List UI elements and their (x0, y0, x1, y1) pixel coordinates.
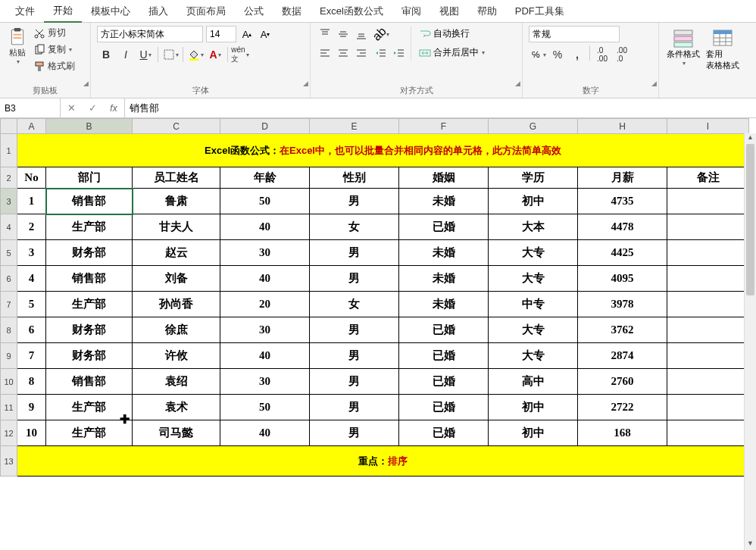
cell[interactable]: 财务部 (46, 343, 133, 369)
row-header-2[interactable]: 2 (1, 167, 17, 189)
row-header-5[interactable]: 5 (1, 240, 17, 266)
cell[interactable]: 7 (17, 343, 46, 369)
row-header-4[interactable]: 4 (1, 214, 17, 240)
menu-formula[interactable]: 公式 (235, 1, 273, 22)
cell[interactable]: 初中 (489, 420, 578, 446)
scroll-down-button[interactable]: ▼ (745, 539, 756, 550)
cell[interactable]: 2874 (578, 343, 667, 369)
row-header-7[interactable]: 7 (1, 292, 17, 317)
align-center-button[interactable] (335, 45, 351, 61)
cell[interactable]: 50 (220, 395, 310, 420)
name-box[interactable]: B3 (0, 98, 61, 117)
cell[interactable]: 司马懿 (133, 420, 220, 446)
orientation-button[interactable]: ab▾ (373, 26, 389, 42)
merge-center-button[interactable]: 合并后居中▾ (416, 45, 488, 61)
cell[interactable]: 40 (220, 420, 310, 446)
cell[interactable]: 袁术 (133, 395, 220, 420)
scroll-thumb[interactable] (746, 144, 754, 295)
cell[interactable]: 男 (310, 395, 399, 420)
menu-review[interactable]: 审阅 (392, 1, 430, 22)
cell[interactable]: 4425 (578, 240, 667, 266)
cell[interactable] (667, 395, 749, 420)
decrease-indent-button[interactable] (373, 45, 389, 61)
header-age[interactable]: 年龄 (220, 167, 310, 189)
menu-data[interactable]: 数据 (273, 1, 311, 22)
cell[interactable]: 6 (17, 317, 46, 343)
accounting-format-button[interactable]: ℅▾ (529, 45, 547, 64)
menu-layout[interactable]: 页面布局 (177, 1, 235, 22)
align-top-button[interactable] (317, 26, 333, 42)
cell[interactable]: 徐庶 (133, 317, 220, 343)
fx-button[interactable]: fx (103, 98, 124, 117)
expand-icon[interactable]: ◢ (83, 80, 89, 87)
row-header-3[interactable]: 3 (1, 189, 17, 214)
cut-button[interactable]: 剪切 (32, 26, 77, 40)
cell[interactable]: 大本 (489, 214, 578, 240)
menu-excel-func[interactable]: Excel函数公式 (311, 1, 392, 22)
enter-formula-button[interactable]: ✓ (82, 98, 103, 117)
menu-file[interactable]: 文件 (6, 1, 44, 22)
cell[interactable] (667, 317, 749, 343)
cell[interactable]: 生产部 (46, 420, 133, 446)
row-header-12[interactable]: 12 (1, 420, 17, 446)
cell[interactable]: 赵云 (133, 240, 220, 266)
spreadsheet-grid[interactable]: A B C D E F G H I 1 Excel函数公式：在Excel中，也可… (0, 118, 756, 550)
cell[interactable]: 生产部 (46, 395, 133, 420)
cell[interactable]: 大专 (489, 266, 578, 292)
cell[interactable]: 未婚 (399, 189, 489, 214)
cell[interactable]: 初中 (489, 189, 578, 214)
title-cell[interactable]: Excel函数公式：在Excel中，也可以批量合并相同内容的单元格，此方法简单高… (17, 134, 749, 167)
cell[interactable]: 已婚 (399, 317, 489, 343)
paste-button[interactable]: 粘贴 ▾ (6, 26, 29, 67)
vertical-scrollbar[interactable]: ▲ ▼ (744, 133, 756, 550)
cell[interactable]: 30 (220, 240, 310, 266)
font-name-select[interactable] (97, 26, 203, 42)
row-header-9[interactable]: 9 (1, 343, 17, 369)
cell[interactable]: 20 (220, 292, 310, 317)
cell[interactable]: 中专 (489, 292, 578, 317)
cell[interactable]: 未婚 (399, 240, 489, 266)
row-header-1[interactable]: 1 (1, 134, 17, 167)
cell[interactable]: 4095 (578, 266, 667, 292)
row-header-13[interactable]: 13 (1, 446, 17, 477)
cell[interactable]: 袁绍 (133, 369, 220, 395)
align-middle-button[interactable] (335, 26, 351, 42)
copy-button[interactable]: 复制▾ (32, 42, 77, 57)
cell[interactable]: 3978 (578, 292, 667, 317)
cell[interactable]: 已婚 (399, 214, 489, 240)
expand-icon[interactable]: ◢ (303, 80, 308, 87)
cell[interactable] (667, 189, 749, 214)
cell[interactable]: 男 (310, 317, 399, 343)
italic-button[interactable]: I (117, 45, 135, 64)
cell[interactable] (667, 266, 749, 292)
cell[interactable]: 男 (310, 266, 399, 292)
cell[interactable]: 女 (310, 214, 399, 240)
cell[interactable]: 已婚 (399, 343, 489, 369)
cell[interactable]: 2760 (578, 369, 667, 395)
header-sal[interactable]: 月薪 (578, 167, 667, 189)
row-header-11[interactable]: 11 (1, 395, 17, 420)
font-color-button[interactable]: A▾ (206, 45, 224, 64)
cell[interactable]: 8 (17, 369, 46, 395)
cell[interactable]: 2 (17, 214, 46, 240)
cell[interactable]: 未婚 (399, 266, 489, 292)
cell[interactable] (667, 240, 749, 266)
col-header-D[interactable]: D (220, 119, 310, 134)
footer-cell[interactable]: 重点：排序 (17, 446, 749, 477)
cell[interactable]: 初中 (489, 395, 578, 420)
cell[interactable]: 财务部 (46, 240, 133, 266)
cell[interactable]: 40 (220, 266, 310, 292)
col-header-B[interactable]: B (46, 119, 133, 134)
scroll-up-button[interactable]: ▲ (745, 133, 756, 144)
cell[interactable]: 男 (310, 420, 399, 446)
col-header-G[interactable]: G (489, 119, 578, 134)
cell[interactable]: 大专 (489, 317, 578, 343)
cell[interactable]: 30 (220, 369, 310, 395)
expand-icon[interactable]: ◢ (515, 80, 520, 87)
cell[interactable]: 30 (220, 317, 310, 343)
increase-decimal-button[interactable]: .0.00 (593, 45, 611, 64)
menu-pdf[interactable]: PDF工具集 (506, 1, 573, 22)
cell[interactable]: 已婚 (399, 395, 489, 420)
menu-help[interactable]: 帮助 (468, 1, 506, 22)
col-header-C[interactable]: C (133, 119, 220, 134)
